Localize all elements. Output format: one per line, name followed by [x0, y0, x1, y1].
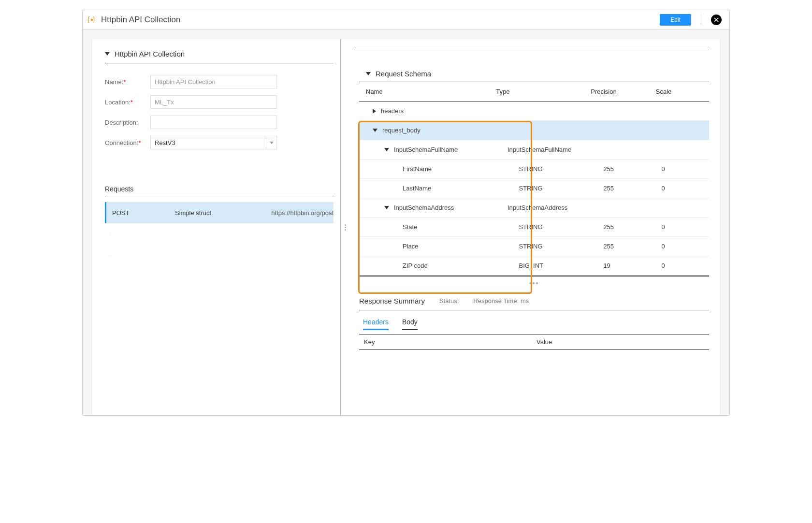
description-field[interactable] — [150, 116, 277, 129]
chevron-down-icon — [384, 148, 389, 151]
highlighted-group: request_body InputSchemaFullName InputSc… — [359, 121, 709, 276]
schema-table-header: Name Type Precision Scale — [359, 82, 709, 102]
row-type: STRING — [519, 165, 603, 173]
schema-row-headers[interactable]: headers — [359, 102, 709, 121]
row-type: BIG_INT — [519, 262, 603, 269]
connection-label: Connection:* — [105, 139, 150, 146]
right-panel: Request Schema Name Type Precision Scale… — [349, 39, 720, 415]
request-name: Simple struct — [175, 209, 271, 217]
schema-row-place: Place STRING 255 0 — [359, 237, 709, 256]
row-prec: 19 — [603, 262, 661, 269]
connection-select[interactable]: RestV3 — [150, 136, 277, 149]
schema-row-lastname: LastName STRING 255 0 — [359, 179, 709, 198]
collection-editor-window: {} Httpbin API Collection Edit Httpbin A… — [82, 10, 730, 416]
schema-row-address[interactable]: InputSchemaAddress InputSchemaAddress — [359, 198, 709, 218]
row-prec: 255 — [603, 243, 661, 250]
chevron-down-icon — [373, 129, 377, 132]
response-time-label: Response Time: ms — [473, 297, 529, 305]
left-panel: Httpbin API Collection Name:* Location:*… — [92, 39, 341, 415]
schema-row-firstname: FirstName STRING 255 0 — [359, 160, 709, 179]
content-area: Httpbin API Collection Name:* Location:*… — [83, 29, 729, 415]
form-row-description: Description: — [105, 116, 334, 129]
empty-row: - — [105, 245, 334, 266]
request-schema-header[interactable]: Request Schema — [354, 70, 709, 82]
close-button[interactable] — [711, 15, 722, 25]
request-schema-title: Request Schema — [376, 70, 431, 78]
chevron-down-icon — [384, 206, 389, 209]
chevron-down-icon — [366, 72, 371, 75]
section-resize-handle[interactable]: ••• — [359, 276, 709, 288]
row-prec: 255 — [603, 223, 661, 231]
divider — [701, 15, 701, 25]
col-value: Value — [536, 338, 709, 346]
description-label: Description: — [105, 119, 150, 126]
row-name: FirstName — [403, 165, 432, 173]
chevron-down-icon — [105, 52, 110, 56]
row-type: InputSchemaAddress — [508, 204, 597, 211]
form-row-name: Name:* — [105, 75, 334, 88]
location-label: Location:* — [105, 99, 150, 106]
row-type: STRING — [519, 243, 603, 250]
response-summary: Response Summary Status: Response Time: … — [359, 297, 709, 310]
row-scale: 0 — [662, 262, 709, 269]
row-scale: 0 — [662, 185, 709, 192]
row-scale: 0 — [662, 243, 709, 250]
name-field[interactable] — [150, 75, 277, 88]
divider — [354, 50, 709, 50]
row-scale: 0 — [662, 223, 709, 231]
row-name: ZIP code — [403, 262, 428, 269]
col-type: Type — [496, 88, 591, 95]
collection-form: Name:* Location:* Description: Connectio… — [105, 75, 334, 156]
edit-button[interactable]: Edit — [660, 14, 691, 26]
row-prec: 255 — [603, 185, 661, 192]
form-row-location: Location:* — [105, 95, 334, 109]
row-type: STRING — [519, 185, 603, 192]
requests-section-label: Requests — [105, 185, 334, 197]
svg-text:{: { — [87, 15, 90, 23]
tab-headers[interactable]: Headers — [363, 318, 389, 330]
response-summary-label: Response Summary — [359, 297, 425, 305]
tab-body[interactable]: Body — [402, 318, 418, 330]
request-method: POST — [112, 209, 175, 217]
form-row-connection: Connection:* RestV3 — [105, 136, 334, 149]
svg-text:}: } — [93, 15, 95, 23]
row-name: State — [403, 223, 417, 231]
chevron-down-icon — [270, 142, 274, 144]
col-scale: Scale — [656, 88, 709, 95]
col-name: Name — [359, 88, 496, 95]
row-name: Place — [403, 243, 419, 250]
page-title: Httpbin API Collection — [101, 15, 180, 25]
response-status-label: Status: — [439, 297, 459, 305]
row-prec: 255 — [603, 165, 661, 173]
col-precision: Precision — [591, 88, 656, 95]
row-name: headers — [381, 107, 404, 115]
name-label: Name:* — [105, 78, 150, 86]
schema-row-fullname[interactable]: InputSchemaFullName InputSchemaFullName — [359, 140, 709, 160]
response-tabs: Headers Body — [363, 318, 709, 330]
schema-row-state: State STRING 255 0 — [359, 218, 709, 237]
main-card: Httpbin API Collection Name:* Location:*… — [92, 39, 720, 415]
row-name: InputSchemaAddress — [394, 204, 454, 211]
location-field[interactable] — [150, 95, 277, 109]
row-type: InputSchemaFullName — [508, 146, 597, 153]
collection-section-title: Httpbin API Collection — [115, 50, 185, 58]
request-url: https://httpbin.org/post — [271, 209, 334, 217]
api-collection-icon: {} — [87, 15, 96, 24]
row-name: InputSchemaFullName — [394, 146, 458, 153]
request-row[interactable]: POST Simple struct https://httpbin.org/p… — [105, 202, 334, 223]
row-type: STRING — [519, 223, 603, 231]
row-scale: 0 — [662, 165, 709, 173]
chevron-right-icon — [373, 109, 376, 114]
schema-table: Name Type Precision Scale headers reques… — [359, 82, 709, 276]
kv-table-header: Key Value — [359, 334, 709, 350]
collection-section-header[interactable]: Httpbin API Collection — [105, 50, 334, 63]
col-key: Key — [359, 338, 536, 346]
schema-row-request-body[interactable]: request_body — [359, 121, 709, 140]
empty-row: - — [105, 223, 334, 245]
row-name: LastName — [403, 185, 431, 192]
connection-value: RestV3 — [155, 139, 175, 146]
panel-resize-handle[interactable] — [341, 39, 349, 415]
schema-row-zip: ZIP code BIG_INT 19 0 — [359, 256, 709, 276]
select-caret-box — [266, 136, 276, 149]
topbar: {} Httpbin API Collection Edit — [83, 10, 729, 29]
